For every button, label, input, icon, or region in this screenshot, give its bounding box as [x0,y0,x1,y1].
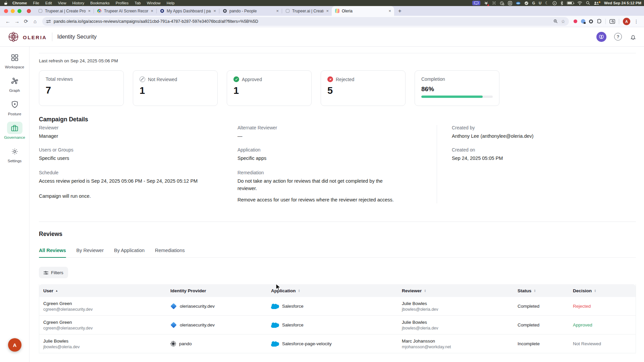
field-label: Created on [452,147,636,153]
menu-help[interactable]: Help [164,1,178,5]
column-header-decision[interactable]: Decision▲▼ [569,288,636,293]
tab-close-icon[interactable]: × [88,8,91,13]
home-button[interactable]: ⌂ [31,18,40,24]
menu-bookmarks[interactable]: Bookmarks [87,1,113,5]
reviewer-email: mjohansson@workday.net [402,345,451,349]
browser-profile-avatar[interactable]: A [623,18,630,25]
macos-menu-bar: Chrome File Edit View History Bookmarks … [0,0,644,6]
browser-tab-3[interactable]: My Apps Dashboard | pando × [157,6,219,16]
reload-button[interactable]: ⟳ [21,18,31,24]
dots-app-menubar-icon[interactable] [492,1,496,5]
browser-tab-2[interactable]: Trupeer AI Screen Recorder × [94,6,156,16]
menu-profiles[interactable]: Profiles [113,1,131,5]
user-avatar[interactable] [596,32,606,42]
tab-close-icon[interactable]: × [213,8,216,13]
now-playing-icon[interactable] [552,1,557,5]
bluetooth-icon[interactable] [560,1,563,5]
sidebar-item-posture[interactable]: Posture [7,98,22,116]
menu-tab[interactable]: Tab [131,1,144,5]
tab-close-icon[interactable]: × [151,8,153,13]
grammarly-menubar-icon[interactable]: G [532,1,535,5]
app-header: oleria Identity Security ? [0,27,644,47]
window-zoom-button[interactable] [17,9,21,13]
menu-view[interactable]: View [55,1,69,5]
sort-both-icon: ▲▼ [424,289,426,293]
window-minimize-button[interactable] [11,9,15,13]
tab-all-reviews[interactable]: All Reviews [39,248,66,257]
tab-by-reviewer[interactable]: By Reviewer [76,248,104,257]
u-app-menubar-icon[interactable]: U [539,1,541,5]
swirl-app-menubar-icon[interactable] [516,1,521,5]
recorder-floating-avatar[interactable]: A [8,338,21,352]
battery-icon[interactable] [567,1,574,5]
oleria-logo[interactable]: oleria [7,31,47,43]
window-close-button[interactable] [4,9,8,13]
wifi-icon[interactable] [577,1,582,5]
back-button[interactable]: ← [3,18,12,24]
column-header-reviewer[interactable]: Reviewer▲▼ [398,288,514,293]
notifications-bell-icon[interactable] [630,33,637,41]
filters-button[interactable]: Filters [39,267,68,278]
extension-password-icon[interactable] [581,19,585,23]
salesforce-icon [271,322,279,328]
menu-file[interactable]: File [30,1,42,5]
table-row[interactable]: Cgreen Greencgreen@oleriasecurity.dev ol… [39,316,636,335]
chrome-favicon [97,9,102,13]
user-switch-menubar-icon[interactable] [594,1,599,5]
menu-window[interactable]: Window [144,1,164,5]
field-label: Remediation [237,170,437,175]
stats-cards-row: Total reviews 7 Not Reviewed 1 ✓Approved… [39,70,636,106]
browser-tab-active-oleria[interactable]: Oleria × [332,6,394,16]
sidebar-item-workspace[interactable]: Workspace [5,51,24,69]
sidebar-item-settings[interactable]: Settings [7,145,22,163]
pando-favicon [222,9,227,13]
tab-close-icon[interactable]: × [326,8,329,13]
sidebar-item-graph[interactable]: Graph [7,75,22,93]
extensions-puzzle-icon[interactable] [597,19,602,24]
tab-close-icon[interactable]: × [388,8,391,13]
address-bar[interactable]: pando.oleria.io/iga/access-reviews/campa… [42,17,569,26]
bookmark-star-icon[interactable]: ☆ [561,19,565,24]
bird-app-menubar-icon[interactable] [484,1,488,5]
browser-tab-5[interactable]: Trupeer.ai | Create Product V × [282,6,332,16]
tab-close-icon[interactable]: × [276,8,279,13]
table-row[interactable]: Cgreen Greencgreen@oleriasecurity.dev ol… [39,297,636,316]
column-header-application[interactable]: Application▲▼ [267,288,398,293]
browser-tab-1[interactable]: Trupeer.ai | Create Product V × [35,6,94,16]
apple-menu-icon[interactable] [3,1,9,5]
focus-moon-icon[interactable]: ☾ [545,1,549,5]
recording-indicator-icon[interactable] [27,9,31,13]
site-settings-icon[interactable] [46,19,51,23]
side-panel-icon[interactable] [609,19,615,24]
menu-history[interactable]: History [69,1,88,5]
forward-button[interactable]: → [12,18,21,24]
field-remediation: Remediation Do not take any action for r… [237,170,437,203]
help-icon[interactable]: ? [614,33,622,41]
column-header-status[interactable]: Status▲▼ [514,288,569,293]
field-users-or-groups: Users or Groups Specific users [39,147,237,162]
browser-menu-icon[interactable]: ⋮ [634,19,639,24]
sidebar-item-governance[interactable]: Governance [4,122,25,139]
column-header-user[interactable]: User▲ [39,288,166,293]
spotlight-search-icon[interactable] [586,1,590,5]
screen-share-indicator-icon[interactable] [472,1,480,5]
field-schedule: Schedule Access review period is Sep 24,… [39,170,237,200]
extension-ring-icon[interactable] [589,19,593,23]
camera-app-menubar-icon[interactable] [508,1,512,5]
new-tab-button[interactable]: + [394,8,406,14]
check-circle-menubar-icon[interactable] [524,1,529,5]
field-value: Specific apps [237,155,437,162]
tab-remediations[interactable]: Remediations [155,248,185,257]
menu-chrome[interactable]: Chrome [9,1,30,5]
browser-tab-4[interactable]: pando - People × [219,6,282,16]
menu-edit[interactable]: Edit [42,1,55,5]
table-row[interactable]: Julie Bowlesjbowles@oleria.dev pando Sal… [39,335,636,353]
extension-record-icon[interactable] [574,19,577,23]
field-value: Campaign will run once. [39,192,237,200]
menubar-clock[interactable]: Wed Sep 24 5:12 PM [603,1,641,5]
zoom-page-icon[interactable] [553,19,558,23]
clock-lock-menubar-icon[interactable] [500,1,504,5]
column-header-identity-provider[interactable]: Identity Provider [166,288,267,293]
tab-by-application[interactable]: By Application [114,248,145,257]
url-text[interactable]: pando.oleria.io/iga/access-reviews/campa… [54,19,550,24]
